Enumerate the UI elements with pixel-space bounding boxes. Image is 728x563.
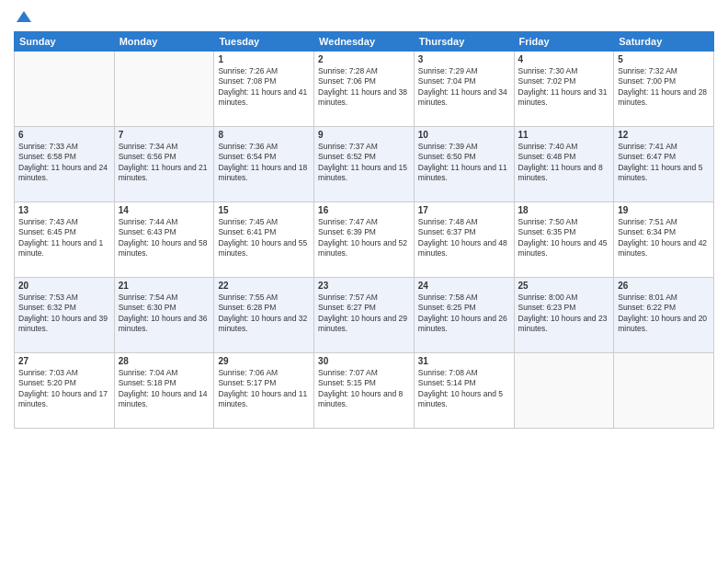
day-info: Sunrise: 7:03 AMSunset: 5:20 PMDaylight:… [18, 368, 110, 410]
day-number: 10 [418, 130, 510, 140]
calendar-week-row: 13Sunrise: 7:43 AMSunset: 6:45 PMDayligh… [15, 202, 714, 278]
calendar-cell: 18Sunrise: 7:50 AMSunset: 6:35 PMDayligh… [514, 202, 614, 278]
calendar-week-row: 6Sunrise: 7:33 AMSunset: 6:58 PMDaylight… [15, 127, 714, 202]
calendar-cell: 8Sunrise: 7:36 AMSunset: 6:54 PMDaylight… [214, 127, 314, 202]
day-number: 27 [18, 356, 110, 366]
calendar-cell [15, 52, 115, 127]
day-info: Sunrise: 7:08 AMSunset: 5:14 PMDaylight:… [418, 368, 510, 410]
calendar-cell [514, 353, 614, 429]
day-number: 11 [518, 130, 610, 140]
calendar-cell: 4Sunrise: 7:30 AMSunset: 7:02 PMDaylight… [514, 52, 614, 127]
day-number: 13 [18, 205, 110, 215]
calendar-cell [114, 52, 214, 127]
calendar-cell: 10Sunrise: 7:39 AMSunset: 6:50 PMDayligh… [414, 127, 514, 202]
day-info: Sunrise: 7:48 AMSunset: 6:37 PMDaylight:… [418, 217, 510, 259]
day-info: Sunrise: 7:07 AMSunset: 5:15 PMDaylight:… [318, 368, 410, 410]
calendar-cell: 19Sunrise: 7:51 AMSunset: 6:34 PMDayligh… [614, 202, 714, 278]
day-header-saturday: Saturday [614, 32, 714, 52]
day-header-wednesday: Wednesday [314, 32, 415, 52]
calendar-week-row: 20Sunrise: 7:53 AMSunset: 6:32 PMDayligh… [15, 278, 714, 353]
day-number: 23 [318, 281, 410, 291]
calendar-cell: 1Sunrise: 7:26 AMSunset: 7:08 PMDaylight… [214, 52, 314, 127]
day-number: 31 [418, 356, 510, 366]
day-info: Sunrise: 7:29 AMSunset: 7:04 PMDaylight:… [418, 66, 510, 109]
day-info: Sunrise: 7:53 AMSunset: 6:32 PMDaylight:… [18, 293, 110, 335]
day-header-thursday: Thursday [414, 32, 514, 52]
day-header-sunday: Sunday [15, 32, 115, 52]
day-info: Sunrise: 7:41 AMSunset: 6:47 PMDaylight:… [618, 142, 710, 184]
calendar-cell: 7Sunrise: 7:34 AMSunset: 6:56 PMDaylight… [114, 127, 214, 202]
day-number: 30 [318, 356, 410, 366]
calendar-table: SundayMondayTuesdayWednesdayThursdayFrid… [14, 31, 714, 429]
day-number: 6 [18, 130, 110, 140]
day-number: 1 [218, 54, 310, 64]
day-number: 8 [218, 130, 310, 140]
calendar-week-row: 1Sunrise: 7:26 AMSunset: 7:08 PMDaylight… [15, 52, 714, 127]
svg-marker-0 [17, 11, 31, 22]
day-info: Sunrise: 7:28 AMSunset: 7:06 PMDaylight:… [318, 66, 410, 109]
day-number: 9 [318, 130, 410, 140]
day-number: 19 [618, 205, 710, 215]
day-number: 29 [218, 356, 310, 366]
day-number: 4 [518, 54, 610, 64]
calendar-cell: 27Sunrise: 7:03 AMSunset: 5:20 PMDayligh… [15, 353, 115, 429]
day-info: Sunrise: 8:01 AMSunset: 6:22 PMDaylight:… [618, 293, 710, 335]
calendar-cell: 12Sunrise: 7:41 AMSunset: 6:47 PMDayligh… [614, 127, 714, 202]
day-number: 16 [318, 205, 410, 215]
calendar-cell: 15Sunrise: 7:45 AMSunset: 6:41 PMDayligh… [214, 202, 314, 278]
day-info: Sunrise: 7:33 AMSunset: 6:58 PMDaylight:… [18, 142, 110, 184]
day-info: Sunrise: 7:40 AMSunset: 6:48 PMDaylight:… [518, 142, 610, 184]
day-info: Sunrise: 7:34 AMSunset: 6:56 PMDaylight:… [119, 142, 210, 184]
day-info: Sunrise: 7:32 AMSunset: 7:00 PMDaylight:… [618, 66, 710, 109]
calendar-cell: 22Sunrise: 7:55 AMSunset: 6:28 PMDayligh… [214, 278, 314, 353]
header [14, 9, 714, 24]
day-info: Sunrise: 7:37 AMSunset: 6:52 PMDaylight:… [318, 142, 410, 184]
day-info: Sunrise: 7:54 AMSunset: 6:30 PMDaylight:… [119, 293, 210, 335]
day-number: 24 [418, 281, 510, 291]
calendar-header-row: SundayMondayTuesdayWednesdayThursdayFrid… [15, 32, 714, 52]
day-info: Sunrise: 7:45 AMSunset: 6:41 PMDaylight:… [218, 217, 310, 259]
day-number: 17 [418, 205, 510, 215]
day-number: 5 [618, 54, 710, 64]
day-number: 18 [518, 205, 610, 215]
calendar-cell: 14Sunrise: 7:44 AMSunset: 6:43 PMDayligh… [114, 202, 214, 278]
day-info: Sunrise: 7:50 AMSunset: 6:35 PMDaylight:… [518, 217, 610, 259]
day-info: Sunrise: 7:36 AMSunset: 6:54 PMDaylight:… [218, 142, 310, 184]
calendar-cell: 13Sunrise: 7:43 AMSunset: 6:45 PMDayligh… [15, 202, 115, 278]
day-number: 28 [119, 356, 210, 366]
day-info: Sunrise: 7:57 AMSunset: 6:27 PMDaylight:… [318, 293, 410, 335]
calendar-cell: 17Sunrise: 7:48 AMSunset: 6:37 PMDayligh… [414, 202, 514, 278]
calendar-cell: 25Sunrise: 8:00 AMSunset: 6:23 PMDayligh… [514, 278, 614, 353]
calendar-cell: 21Sunrise: 7:54 AMSunset: 6:30 PMDayligh… [114, 278, 214, 353]
day-info: Sunrise: 8:00 AMSunset: 6:23 PMDaylight:… [518, 293, 610, 335]
day-info: Sunrise: 7:26 AMSunset: 7:08 PMDaylight:… [218, 66, 310, 109]
day-info: Sunrise: 7:47 AMSunset: 6:39 PMDaylight:… [318, 217, 410, 259]
calendar-cell: 23Sunrise: 7:57 AMSunset: 6:27 PMDayligh… [314, 278, 415, 353]
calendar-cell: 11Sunrise: 7:40 AMSunset: 6:48 PMDayligh… [514, 127, 614, 202]
calendar-cell: 3Sunrise: 7:29 AMSunset: 7:04 PMDaylight… [414, 52, 514, 127]
day-number: 14 [119, 205, 210, 215]
calendar-cell: 29Sunrise: 7:06 AMSunset: 5:17 PMDayligh… [214, 353, 314, 429]
calendar-cell: 26Sunrise: 8:01 AMSunset: 6:22 PMDayligh… [614, 278, 714, 353]
day-number: 22 [218, 281, 310, 291]
day-info: Sunrise: 7:39 AMSunset: 6:50 PMDaylight:… [418, 142, 510, 184]
calendar-cell: 31Sunrise: 7:08 AMSunset: 5:14 PMDayligh… [414, 353, 514, 429]
day-header-monday: Monday [114, 32, 214, 52]
day-header-friday: Friday [514, 32, 614, 52]
day-info: Sunrise: 7:06 AMSunset: 5:17 PMDaylight:… [218, 368, 310, 410]
day-number: 20 [18, 281, 110, 291]
calendar-cell: 16Sunrise: 7:47 AMSunset: 6:39 PMDayligh… [314, 202, 415, 278]
day-number: 12 [618, 130, 710, 140]
day-info: Sunrise: 7:43 AMSunset: 6:45 PMDaylight:… [18, 217, 110, 259]
day-number: 21 [119, 281, 210, 291]
day-number: 15 [218, 205, 310, 215]
calendar-cell: 2Sunrise: 7:28 AMSunset: 7:06 PMDaylight… [314, 52, 415, 127]
day-number: 7 [119, 130, 210, 140]
calendar-week-row: 27Sunrise: 7:03 AMSunset: 5:20 PMDayligh… [15, 353, 714, 429]
calendar-cell: 9Sunrise: 7:37 AMSunset: 6:52 PMDaylight… [314, 127, 415, 202]
day-number: 3 [418, 54, 510, 64]
calendar-cell: 28Sunrise: 7:04 AMSunset: 5:18 PMDayligh… [114, 353, 214, 429]
calendar-cell: 30Sunrise: 7:07 AMSunset: 5:15 PMDayligh… [314, 353, 415, 429]
page: SundayMondayTuesdayWednesdayThursdayFrid… [0, 0, 728, 563]
day-number: 25 [518, 281, 610, 291]
